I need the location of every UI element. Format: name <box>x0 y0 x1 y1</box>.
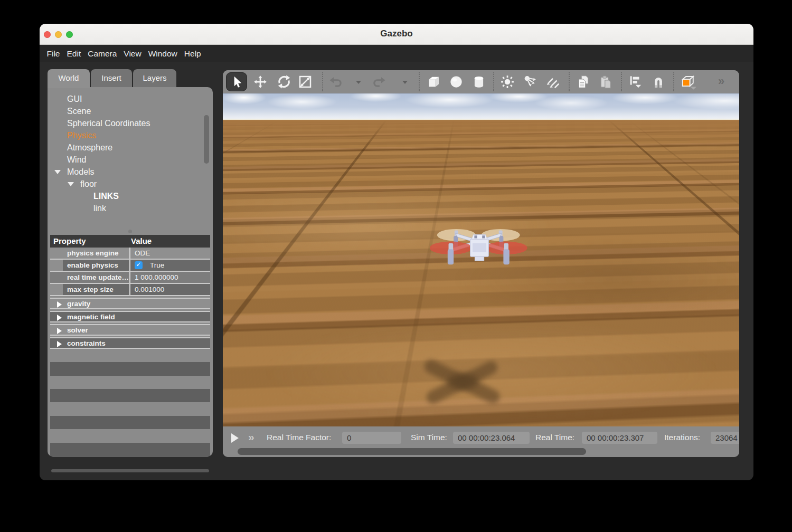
align-icon <box>627 74 643 90</box>
quadcopter-drone[interactable] <box>430 222 529 272</box>
titlebar[interactable]: Gazebo <box>40 24 753 45</box>
tab-insert[interactable]: Insert <box>91 69 132 87</box>
menu-item-help[interactable]: Help <box>181 45 204 62</box>
expand-caret-icon[interactable] <box>57 301 62 308</box>
toolbar-separator <box>621 72 622 91</box>
left-panel: World Insert Layers GUI Scene Spherical … <box>48 69 213 457</box>
sim-time-value: 00 00:00:23.064 <box>453 432 530 444</box>
sky <box>223 93 739 120</box>
insert-sphere-button[interactable] <box>448 74 466 90</box>
align-button[interactable] <box>627 74 645 90</box>
panel-bottom-scrollbar[interactable] <box>51 469 209 472</box>
panel-tabs: World Insert Layers <box>48 69 176 87</box>
scene-3d-canvas[interactable] <box>223 93 739 426</box>
move-arrows-icon <box>252 74 268 90</box>
simulation-status-bar: Real Time Factor: 0 Sim Time: 00 00:00:2… <box>223 426 739 457</box>
tree-item-wind[interactable]: Wind <box>48 154 213 166</box>
tree-item-scene[interactable]: Scene <box>48 105 213 117</box>
value-column-header: Value <box>131 236 152 245</box>
floor-x-marking <box>420 355 504 407</box>
scale-box-icon <box>297 74 313 90</box>
menu-bar: File Edit Camera View Window Help <box>40 45 753 62</box>
rotate-arrows-icon <box>276 74 292 90</box>
table-row-physics-engine[interactable]: physics engine ODE <box>50 248 210 260</box>
menu-item-edit[interactable]: Edit <box>63 45 84 62</box>
iterations-label: Iterations: <box>664 433 700 442</box>
menu-item-window[interactable]: Window <box>145 45 181 62</box>
collapse-caret-icon[interactable] <box>68 182 74 186</box>
world-tree: GUI Scene Spherical Coordinates Physics … <box>48 93 213 214</box>
property-table-header: Property Value <box>50 235 210 248</box>
spot-light-button[interactable] <box>522 74 540 90</box>
section-gravity[interactable]: gravity <box>50 298 210 309</box>
section-solver[interactable]: solver <box>50 324 210 336</box>
tree-item-floor[interactable]: floor <box>48 178 213 190</box>
empty-list-row <box>50 389 210 402</box>
toolbar-overflow-button[interactable] <box>718 74 723 88</box>
box-icon <box>426 74 441 90</box>
cursor-arrow-icon <box>229 74 244 90</box>
section-magnetic-field[interactable]: magnetic field <box>50 311 210 322</box>
sun-icon <box>499 74 515 90</box>
directional-light-button[interactable] <box>545 74 563 90</box>
toolbar-separator <box>569 72 570 91</box>
select-tool-button[interactable] <box>226 72 247 91</box>
splitter-handle[interactable] <box>128 230 132 233</box>
empty-list-row <box>50 416 210 429</box>
sphere-icon <box>448 74 464 90</box>
tree-item-link[interactable]: link <box>48 202 213 214</box>
table-row-max-step-size[interactable]: max step size 0.001000 <box>50 284 210 296</box>
rotate-tool-button[interactable] <box>276 74 294 90</box>
undo-history-caret[interactable] <box>356 81 361 84</box>
empty-list-row <box>50 443 210 456</box>
toolbar-separator <box>673 72 674 91</box>
point-light-button[interactable] <box>499 74 517 90</box>
collapse-caret-icon[interactable] <box>54 170 61 174</box>
expand-controls-icon[interactable] <box>248 431 253 443</box>
tree-item-links[interactable]: LINKS <box>48 190 213 202</box>
horizontal-scrollbar[interactable] <box>238 448 586 455</box>
redo-history-caret[interactable] <box>402 81 408 84</box>
tree-scrollbar[interactable] <box>204 115 209 164</box>
redo-arrow-icon <box>371 74 386 90</box>
insert-cylinder-button[interactable] <box>471 74 489 90</box>
play-button[interactable] <box>231 433 239 443</box>
tree-item-spherical-coordinates[interactable]: Spherical Coordinates <box>48 117 213 129</box>
empty-list-row <box>50 362 210 376</box>
toolbar-separator <box>493 72 494 91</box>
real-time-factor-value: 0 <box>342 432 401 444</box>
menu-item-file[interactable]: File <box>43 45 63 62</box>
tree-item-gui[interactable]: GUI <box>48 93 213 105</box>
directional-light-icon <box>545 74 561 90</box>
real-time-value: 00 00:00:23.307 <box>582 432 657 444</box>
menu-item-camera[interactable]: Camera <box>84 45 120 62</box>
insert-box-button[interactable] <box>426 74 444 90</box>
real-time-label: Real Time: <box>535 433 574 442</box>
tree-item-physics[interactable]: Physics <box>48 129 213 141</box>
scale-tool-button[interactable] <box>297 74 315 90</box>
translate-tool-button[interactable] <box>252 74 270 90</box>
menu-item-view[interactable]: View <box>120 45 145 62</box>
view-angle-button[interactable] <box>679 74 704 90</box>
snap-magnet-button[interactable] <box>650 74 668 90</box>
undo-arrow-icon <box>328 74 344 90</box>
window-title: Gazebo <box>40 28 753 39</box>
tree-item-models[interactable]: Models <box>48 166 213 178</box>
expand-caret-icon[interactable] <box>57 315 62 321</box>
real-time-factor-label: Real Time Factor: <box>267 433 331 442</box>
tab-world[interactable]: World <box>48 69 90 88</box>
copy-button[interactable] <box>576 74 593 90</box>
redo-button[interactable] <box>371 74 389 90</box>
view-cube-icon <box>679 74 698 90</box>
table-row-real-time-update[interactable]: real time update… 1 000.000000 <box>50 272 210 284</box>
paste-button[interactable] <box>598 74 616 90</box>
magnet-icon <box>650 74 666 90</box>
table-row-enable-physics[interactable]: enable physics True <box>50 260 210 272</box>
expand-caret-icon[interactable] <box>57 328 62 334</box>
tree-item-atmosphere[interactable]: Atmosphere <box>48 141 213 154</box>
section-constraints[interactable]: constraints <box>50 337 210 349</box>
tab-layers[interactable]: Layers <box>133 69 176 87</box>
undo-button[interactable] <box>328 74 346 90</box>
expand-caret-icon[interactable] <box>57 341 62 347</box>
enable-physics-checkbox[interactable] <box>135 261 143 269</box>
